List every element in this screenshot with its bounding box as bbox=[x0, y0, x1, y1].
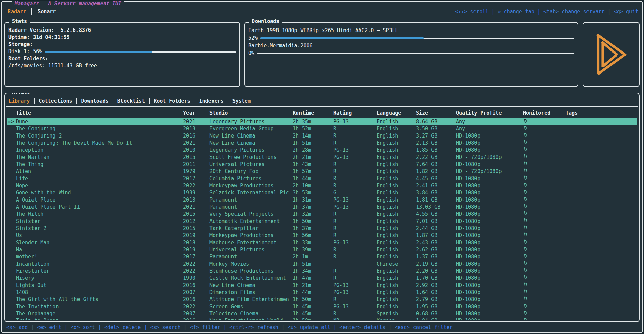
table-row[interactable]: The Orphanage2007Telecinco Cinema1h 45mR… bbox=[7, 310, 637, 317]
cell-size: 2.19 GB bbox=[416, 261, 456, 267]
table-row[interactable]: Us2019Monkeypaw Productions1h 56mREnglis… bbox=[7, 232, 637, 239]
stats-uptime-line: Uptime: 31d 04:31:55 bbox=[8, 34, 236, 41]
monitored-bookmark-icon bbox=[523, 182, 528, 188]
cell-studio: Dimension Films bbox=[209, 289, 293, 295]
cell-title: Lights Out bbox=[16, 282, 183, 288]
tab-sonarr[interactable]: Sonarr bbox=[36, 8, 57, 15]
table-row[interactable]: Misery1990Castle Rock Entertainment1h 47… bbox=[7, 274, 637, 281]
tab-library[interactable]: Library bbox=[8, 98, 30, 104]
table-row[interactable]: The Conjuring2013Evergreen Media Group1h… bbox=[7, 125, 637, 132]
cell-size: 1.70 GB bbox=[416, 275, 456, 281]
cell-language: English bbox=[377, 154, 416, 160]
cell-size: 2.43 GB bbox=[416, 239, 456, 246]
table-row[interactable]: The Girl with All the Gifts2016Altitude … bbox=[7, 296, 637, 303]
cell-runtime: 2h 35m bbox=[293, 119, 333, 125]
tab-root-folders[interactable]: Root Folders bbox=[154, 98, 190, 104]
tab-indexers[interactable]: Indexers bbox=[199, 98, 224, 104]
cell-title: Inception bbox=[16, 147, 183, 153]
cell-size: 2.13 GB bbox=[416, 140, 456, 146]
cell-quality: HD-1080p bbox=[456, 296, 523, 302]
cell-monitored bbox=[523, 125, 565, 132]
download-progress-bar bbox=[260, 36, 574, 40]
cell-year: 2015 bbox=[183, 225, 209, 231]
cell-monitored bbox=[523, 161, 565, 168]
cell-size: 7.01 GB bbox=[416, 218, 456, 224]
cell-rating: R bbox=[333, 232, 377, 238]
table-row[interactable]: =>Dune2021Legendary Pictures2h 35mPG-13E… bbox=[7, 118, 637, 125]
cell-quality: HD-1080p bbox=[456, 282, 523, 288]
cell-rating: R bbox=[333, 311, 377, 317]
cell-quality: HD-1080p bbox=[456, 218, 523, 224]
table-row[interactable]: Life2017Columbia Pictures1h 44mREnglish4… bbox=[7, 175, 637, 182]
table-row[interactable]: A Quiet Place2018Paramount1h 31mPG-13Eng… bbox=[7, 196, 637, 203]
cell-studio: Screen Gems bbox=[209, 304, 293, 310]
table-row[interactable]: Sinister 22015Tank Caterpillar1h 37mREng… bbox=[7, 225, 637, 232]
cell-language: English bbox=[377, 168, 416, 174]
table-row[interactable]: The Witch2015Very Special Projects1h 32m… bbox=[7, 210, 637, 217]
cell-title: The Martian bbox=[16, 154, 183, 160]
tab-system[interactable]: System bbox=[232, 98, 251, 104]
table-row[interactable]: 14082007Dimension Films1h 44mPG-13Englis… bbox=[7, 289, 637, 296]
monitored-bookmark-icon bbox=[523, 303, 528, 309]
cell-rating: PG-13 bbox=[333, 119, 377, 125]
tab-blocklist[interactable]: Blocklist bbox=[117, 98, 145, 104]
cell-monitored bbox=[523, 274, 565, 281]
cell-rating: R bbox=[333, 225, 377, 231]
table-row[interactable]: Inception2010Legendary Pictures2h 28mPG-… bbox=[7, 146, 637, 153]
cell-year: 2022 bbox=[183, 268, 209, 274]
tab-radarr[interactable]: Radarr bbox=[6, 8, 27, 15]
tab-downloads[interactable]: Downloads bbox=[81, 98, 109, 104]
cell-year: 2007 bbox=[183, 289, 209, 295]
cell-studio: Altitude Film Entertainmen bbox=[209, 296, 293, 302]
table-row[interactable]: The Thing2011Universal Pictures1h 43mREn… bbox=[7, 161, 637, 168]
cell-title: The Girl with All the Gifts bbox=[16, 296, 183, 302]
table-row[interactable]: Nope2022Monkeypaw Productions2h 10mREngl… bbox=[7, 182, 637, 189]
table-row[interactable]: Slender Man2018Madhouse Entertainment1h … bbox=[7, 239, 637, 246]
cell-studio: Legendary Pictures bbox=[209, 147, 293, 153]
table-row[interactable]: Incantation2022Monkey Movies1h 51mChines… bbox=[7, 260, 637, 267]
movies-tab-bar: LibraryCollectionsDownloadsBlocklistRoot… bbox=[6, 96, 638, 107]
monitored-bookmark-icon bbox=[523, 260, 528, 266]
cell-language: English bbox=[377, 183, 416, 189]
column-header-language: Language bbox=[377, 110, 416, 116]
cell-quality: HD - 720p/1080p bbox=[456, 154, 523, 160]
cell-quality: Any bbox=[456, 126, 523, 132]
table-row[interactable]: The Conjuring 22016New Line Cinema2h 14m… bbox=[7, 132, 637, 139]
cell-rating: PG-13 bbox=[333, 282, 377, 288]
monitored-bookmark-icon bbox=[523, 139, 528, 145]
cell-quality: HD-1080p bbox=[456, 232, 523, 238]
table-row[interactable]: Alien197920th Century Fox1h 57mREnglish1… bbox=[7, 168, 637, 175]
monitored-bookmark-icon bbox=[523, 217, 528, 223]
table-row[interactable]: The Invitation2022Screen Gems1h 45mPG-13… bbox=[7, 303, 637, 310]
table-row[interactable]: Lights Out2016New Line Cinema1h 21mPG-13… bbox=[7, 281, 637, 289]
cell-year: 2012 bbox=[183, 218, 209, 224]
cell-quality: HD-1080p bbox=[456, 147, 523, 153]
cell-runtime: 2h 1m bbox=[293, 254, 333, 260]
cell-language: English bbox=[377, 275, 416, 281]
table-row[interactable]: Firestarter2022Blumhouse Productions1h 3… bbox=[7, 267, 637, 274]
disk1-line: Disk 1: 56% bbox=[8, 48, 236, 55]
tab-collections[interactable]: Collections bbox=[39, 98, 72, 104]
table-row[interactable]: Gone with the Wind1939Selznick Internati… bbox=[7, 189, 637, 196]
table-body[interactable]: =>Dune2021Legendary Pictures2h 35mPG-13E… bbox=[7, 118, 637, 320]
table-row[interactable]: Sinister2012Automatik Entertainment1h 50… bbox=[7, 217, 637, 225]
table-row[interactable]: The Martian2015Scott Free Productions2h … bbox=[7, 153, 637, 161]
table-row[interactable]: A Quiet Place Part II2021Paramount1h 37m… bbox=[7, 203, 637, 210]
cell-runtime: 1h 32m bbox=[293, 211, 333, 217]
disk1-progress-bar bbox=[45, 49, 236, 54]
cell-size: 8.64 GB bbox=[416, 119, 456, 125]
cell-year: 2022 bbox=[183, 304, 209, 310]
table-row[interactable]: The Conjuring: The Devil Made Me Do It20… bbox=[7, 139, 637, 146]
table-row[interactable]: Train to Busan2016Next Entertainment Wor… bbox=[7, 317, 637, 320]
tab-separator bbox=[113, 98, 113, 104]
download-title: Earth 1998 1080p WEBRip x265 Hindi AAC2.… bbox=[248, 27, 574, 34]
table-row[interactable]: mother!2017Paramount2h 1mREnglish1.37 GB… bbox=[7, 253, 637, 260]
cell-language: English bbox=[377, 126, 416, 132]
cell-monitored bbox=[523, 281, 565, 289]
table-row[interactable]: Ma2019Universal Pictures1h 39mREnglish2.… bbox=[7, 246, 637, 253]
cell-rating: R bbox=[333, 133, 377, 139]
cell-runtime: 2h 21m bbox=[293, 154, 333, 160]
cell-runtime: 1h 58m bbox=[293, 318, 333, 320]
cell-quality: HD-1080p bbox=[456, 304, 523, 310]
cell-quality: HD-1080p bbox=[456, 239, 523, 246]
